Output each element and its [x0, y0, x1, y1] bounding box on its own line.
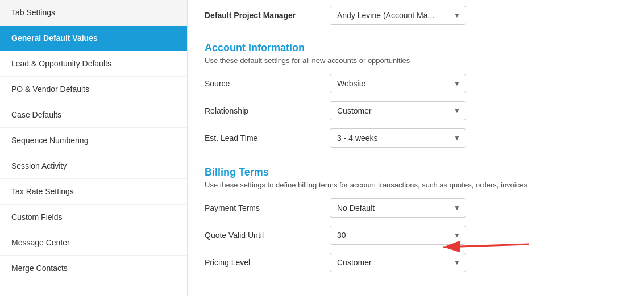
sidebar-item-message-center[interactable]: Message Center — [0, 230, 187, 256]
field-label-relationship: Relationship — [205, 106, 330, 115]
field-label-pricing-level: Pricing Level — [205, 258, 330, 267]
account-information-section: Account Information Use these default se… — [205, 42, 627, 148]
top-field-row: Default Project Manager Andy Levine (Acc… — [205, 6, 627, 31]
select-source[interactable]: WebsitePhoneEmailReferral — [330, 74, 466, 93]
field-row-relationship: RelationshipCustomerProspectPartner▼ — [205, 101, 627, 120]
select-wrapper-source: WebsitePhoneEmailReferral▼ — [330, 74, 466, 93]
field-label-payment-terms: Payment Terms — [205, 203, 330, 212]
sidebar-item-tax-rate-settings[interactable]: Tax Rate Settings — [0, 179, 187, 205]
field-row-source: SourceWebsitePhoneEmailReferral▼ — [205, 74, 627, 93]
default-project-manager-wrapper: Andy Levine (Account Ma... ▼ — [330, 6, 466, 25]
field-row-quote-valid-until: Quote Valid Until1530456090▼ — [205, 226, 627, 245]
field-row-payment-terms: Payment TermsNo DefaultNet 15Net 30Net 6… — [205, 198, 627, 218]
select-quote-valid-until[interactable]: 1530456090 — [330, 226, 466, 245]
select-pricing-level[interactable]: CustomerRetailWholesale — [330, 253, 466, 272]
field-row-est.-lead-time: Est. Lead Time1 - 2 weeks3 - 4 weeks5 - … — [205, 128, 627, 148]
sidebar-item-case-defaults[interactable]: Case Defaults — [0, 102, 187, 128]
account-fields: SourceWebsitePhoneEmailReferral▼Relation… — [205, 74, 627, 148]
select-wrapper-payment-terms: No DefaultNet 15Net 30Net 60Due on Recei… — [330, 198, 466, 218]
billing-terms-desc: Use these settings to define billing ter… — [205, 181, 627, 189]
sidebar-item-merge-contacts[interactable]: Merge Contacts — [0, 256, 187, 281]
select-wrapper-pricing-level: CustomerRetailWholesale▼ — [330, 253, 466, 272]
billing-terms-section: Billing Terms Use these settings to defi… — [205, 166, 627, 272]
sidebar-item-sequence-numbering[interactable]: Sequence Numbering — [0, 128, 187, 153]
field-label-quote-valid-until: Quote Valid Until — [205, 231, 330, 240]
sidebar-item-po-vendor-defaults[interactable]: PO & Vendor Defaults — [0, 77, 187, 102]
default-project-manager-label: Default Project Manager — [205, 11, 330, 20]
sidebar-item-lead-opportunity-defaults[interactable]: Lead & Opportunity Defaults — [0, 51, 187, 77]
section-divider — [205, 157, 627, 157]
field-row-pricing-level: Pricing LevelCustomerRetailWholesale▼ — [205, 253, 627, 272]
select-wrapper-quote-valid-until: 1530456090▼ — [330, 226, 466, 245]
default-project-manager-select[interactable]: Andy Levine (Account Ma... — [330, 6, 466, 25]
billing-terms-title: Billing Terms — [205, 166, 627, 178]
field-label-est.-lead-time: Est. Lead Time — [205, 134, 330, 143]
billing-fields: Payment TermsNo DefaultNet 15Net 30Net 6… — [205, 198, 627, 272]
select-wrapper-est.-lead-time: 1 - 2 weeks3 - 4 weeks5 - 6 weeks7+ week… — [330, 128, 466, 148]
main-content: Default Project Manager Andy Levine (Acc… — [188, 0, 644, 296]
account-information-desc: Use these default settings for all new a… — [205, 56, 627, 65]
select-wrapper-relationship: CustomerProspectPartner▼ — [330, 101, 466, 120]
select-relationship[interactable]: CustomerProspectPartner — [330, 101, 466, 120]
select-payment-terms[interactable]: No DefaultNet 15Net 30Net 60Due on Recei… — [330, 198, 466, 218]
sidebar: Tab SettingsGeneral Default ValuesLead &… — [0, 0, 188, 296]
field-label-source: Source — [205, 79, 330, 88]
sidebar-item-custom-fields[interactable]: Custom Fields — [0, 205, 187, 230]
sidebar-item-general-default-values[interactable]: General Default Values — [0, 26, 187, 51]
select-est.-lead-time[interactable]: 1 - 2 weeks3 - 4 weeks5 - 6 weeks7+ week… — [330, 128, 466, 148]
account-information-title: Account Information — [205, 42, 627, 54]
sidebar-item-tab-settings[interactable]: Tab Settings — [0, 0, 187, 26]
sidebar-item-session-activity[interactable]: Session Activity — [0, 153, 187, 179]
